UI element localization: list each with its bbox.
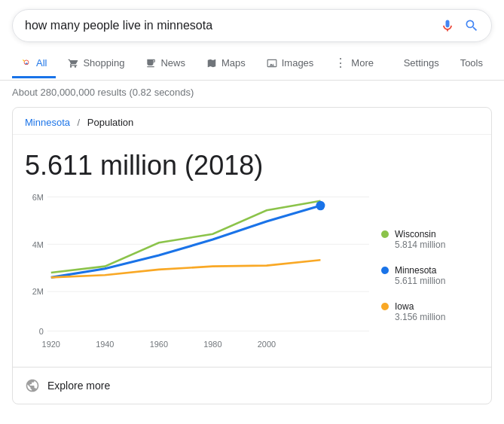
svg-text:1980: 1980 — [203, 339, 221, 348]
shopping-icon — [68, 58, 78, 69]
legend-item-minnesota: Minnesota 5.611 million — [381, 265, 479, 286]
tab-shopping-label: Shopping — [83, 57, 124, 69]
more-dots-icon: ⋮ — [334, 56, 347, 70]
legend-dot-iowa — [381, 303, 389, 310]
svg-text:0: 0 — [39, 327, 44, 336]
search-icon[interactable] — [464, 18, 479, 33]
population-chart: 6M 4M 2M 0 1920 1940 1960 1980 2000 — [25, 189, 369, 355]
svg-text:4M: 4M — [32, 239, 44, 249]
legend-item-wisconsin: Wisconsin 5.814 million — [381, 229, 479, 250]
explore-more[interactable]: Explore more — [13, 367, 491, 404]
chart-area: 6M 4M 2M 0 1920 1940 1960 1980 2000 — [25, 189, 369, 355]
tools-link[interactable]: Tools — [451, 50, 492, 78]
legend-dot-wisconsin — [381, 230, 389, 238]
tools-label: Tools — [460, 57, 483, 69]
search-bar — [12, 9, 492, 42]
tab-shopping[interactable]: Shopping — [59, 50, 133, 78]
breadcrumb-current: Population — [87, 117, 133, 128]
legend-text-wisconsin: Wisconsin 5.814 million — [395, 229, 445, 250]
search-icons — [440, 18, 479, 33]
all-icon — [21, 58, 32, 69]
breadcrumb-separator: / — [78, 117, 81, 128]
tab-maps[interactable]: Maps — [197, 50, 255, 78]
settings-label: Settings — [404, 57, 439, 69]
breadcrumb: Minnesota / Population — [13, 108, 491, 135]
svg-text:1960: 1960 — [150, 339, 168, 348]
tab-images[interactable]: Images — [258, 50, 323, 78]
maps-icon — [206, 58, 217, 69]
legend-dot-minnesota — [381, 267, 389, 274]
svg-point-0 — [24, 59, 29, 64]
chart-legend: Wisconsin 5.814 million Minnesota 5.611 … — [381, 189, 479, 355]
legend-text-minnesota: Minnesota 5.611 million — [395, 265, 445, 286]
news-icon — [145, 58, 156, 69]
search-bar-container — [0, 0, 504, 48]
tab-maps-label: Maps — [221, 57, 246, 69]
chart-container: 6M 4M 2M 0 1920 1940 1960 1980 2000 — [13, 189, 491, 367]
svg-point-14 — [316, 201, 325, 211]
tab-images-label: Images — [282, 57, 314, 69]
svg-text:1920: 1920 — [42, 339, 60, 348]
tab-all-label: All — [36, 57, 47, 69]
tab-all[interactable]: All — [12, 50, 56, 78]
legend-item-iowa: Iowa 3.156 million — [381, 301, 479, 322]
images-icon — [267, 58, 277, 69]
results-count: About 280,000,000 results (0.82 seconds) — [0, 81, 504, 104]
tab-news-label: News — [160, 57, 185, 69]
svg-text:2000: 2000 — [258, 339, 276, 348]
tab-more[interactable]: ⋮ More — [325, 48, 383, 80]
svg-text:6M: 6M — [32, 192, 44, 201]
breadcrumb-root[interactable]: Minnesota — [25, 117, 70, 128]
search-input[interactable] — [25, 19, 440, 32]
explore-more-label: Explore more — [47, 380, 110, 392]
nav-tabs: All Shopping News Maps Images ⋮ More Set… — [0, 48, 504, 81]
knowledge-panel: Minnesota / Population 5.611 million (20… — [12, 107, 492, 404]
svg-text:2M: 2M — [32, 287, 44, 296]
mic-icon[interactable] — [440, 18, 455, 33]
tab-news[interactable]: News — [136, 50, 194, 78]
legend-text-iowa: Iowa 3.156 million — [395, 301, 445, 322]
main-value: 5.611 million (2018) — [13, 135, 491, 189]
settings-link[interactable]: Settings — [395, 50, 448, 78]
globe-icon — [25, 378, 40, 393]
tab-more-label: More — [351, 57, 374, 69]
svg-text:1940: 1940 — [96, 339, 114, 348]
